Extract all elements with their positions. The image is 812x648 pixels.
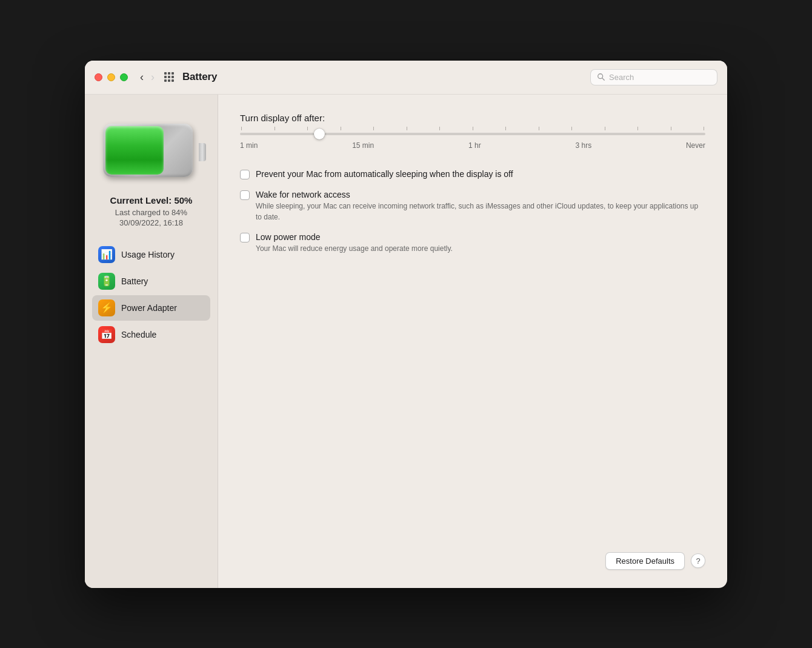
battery-info: Current Level: 50% Last charged to 84% 3… [110,195,193,227]
slider-track[interactable] [240,133,705,135]
forward-button[interactable]: › [148,70,157,84]
grid-dot [168,79,170,82]
battery-date: 30/09/2022, 16:18 [110,218,193,227]
battery-charged: Last charged to 84% [110,208,193,217]
restore-defaults-button[interactable]: Restore Defaults [605,552,685,570]
tick-mark [275,127,275,130]
slider-labels: 1 min 15 min 1 hr 3 hrs Never [240,141,705,150]
tick-mark [605,127,605,130]
wake-network-checkbox[interactable] [240,190,250,200]
options-section: Prevent your Mac from automatically slee… [240,169,705,254]
sidebar-item-battery[interactable]: 🔋 Battery [92,269,210,294]
option-prevent-sleep: Prevent your Mac from automatically slee… [240,169,705,180]
sidebar-item-schedule[interactable]: 📅 Schedule [92,322,210,347]
minimize-button[interactable] [107,73,115,81]
option-prevent-sleep-text: Prevent your Mac from automatically slee… [256,169,705,180]
tick-mark [307,127,308,130]
slider-label-15min: 15 min [352,141,374,150]
tick-mark [671,127,671,130]
content-area: Current Level: 50% Last charged to 84% 3… [85,95,727,588]
option-wake-network-text: Wake for network access While sleeping, … [256,190,705,222]
tick-mark [571,127,572,130]
search-icon [597,73,605,81]
schedule-icon: 📅 [98,326,115,343]
slider-label-3hrs: 3 hrs [575,141,591,150]
grid-dot [168,72,170,75]
tick-mark [637,127,638,130]
svg-line-1 [602,78,605,81]
sidebar-item-label: Power Adapter [121,303,177,313]
prevent-sleep-label: Prevent your Mac from automatically slee… [256,169,705,179]
tick-mark [539,127,539,130]
tick-mark [473,127,473,130]
low-power-desc: Your Mac will reduce energy usage and op… [256,243,705,254]
battery-level: Current Level: 50% [110,195,193,205]
main-panel: Turn display off after: [218,95,727,588]
power-adapter-icon: ⚡ [98,299,115,316]
option-low-power: Low power mode Your Mac will reduce ener… [240,232,705,254]
slider-label-1hr: 1 hr [468,141,481,150]
sidebar-item-power-adapter[interactable]: ⚡ Power Adapter [92,295,210,321]
titlebar: ‹ › Battery [85,61,727,95]
sidebar-item-label: Usage History [121,250,175,259]
prevent-sleep-checkbox[interactable] [240,170,250,179]
nav-buttons: ‹ › [138,70,157,84]
slider-label-never: Never [686,141,705,150]
sidebar: Current Level: 50% Last charged to 84% 3… [85,95,218,588]
sidebar-item-label: Schedule [121,330,156,339]
battery-terminal [199,143,206,161]
wake-network-desc: While sleeping, your Mac can receive inc… [256,201,705,222]
tick-mark [704,127,704,130]
tick-mark [241,127,242,130]
tick-mark [505,127,506,130]
low-power-label: Low power mode [256,232,705,242]
sidebar-nav: 📊 Usage History 🔋 Battery ⚡ Power Adapte… [92,242,210,347]
search-input[interactable] [609,73,711,82]
slider-label: Turn display off after: [240,113,705,123]
slider-wrapper: 1 min 15 min 1 hr 3 hrs Never [240,133,705,152]
tick-mark [373,127,374,130]
tick-mark [439,127,440,130]
grid-icon[interactable] [164,72,174,82]
option-low-power-text: Low power mode Your Mac will reduce ener… [256,232,705,254]
tick-mark [341,127,341,130]
slider-label-1min: 1 min [240,141,258,150]
grid-dot [171,72,174,75]
system-preferences-window: ‹ › Battery [85,61,727,588]
grid-dot [168,76,170,78]
battery-fill [105,126,164,175]
tick-mark [407,127,407,130]
usage-history-icon: 📊 [98,246,115,263]
search-box[interactable] [590,69,717,85]
option-wake-network: Wake for network access While sleeping, … [240,190,705,222]
wake-network-label: Wake for network access [256,190,705,199]
sidebar-item-usage-history[interactable]: 📊 Usage History [92,242,210,267]
slider-thumb[interactable] [314,129,325,139]
grid-dot [171,76,174,78]
bottom-bar: Restore Defaults ? [240,540,705,570]
maximize-button[interactable] [120,73,128,81]
grid-dot [171,79,174,82]
grid-dot [164,79,167,82]
traffic-lights [95,73,128,81]
battery-icon: 🔋 [98,273,115,290]
grid-dot [164,72,167,75]
battery-illustration [103,119,200,185]
window-title: Battery [182,71,217,83]
help-button[interactable]: ? [691,553,705,568]
sidebar-item-label: Battery [121,276,148,286]
slider-section: Turn display off after: [240,113,705,152]
low-power-checkbox[interactable] [240,233,250,242]
grid-dot [164,76,167,78]
close-button[interactable] [95,73,102,81]
back-button[interactable]: ‹ [138,70,146,84]
battery-body [103,124,193,177]
